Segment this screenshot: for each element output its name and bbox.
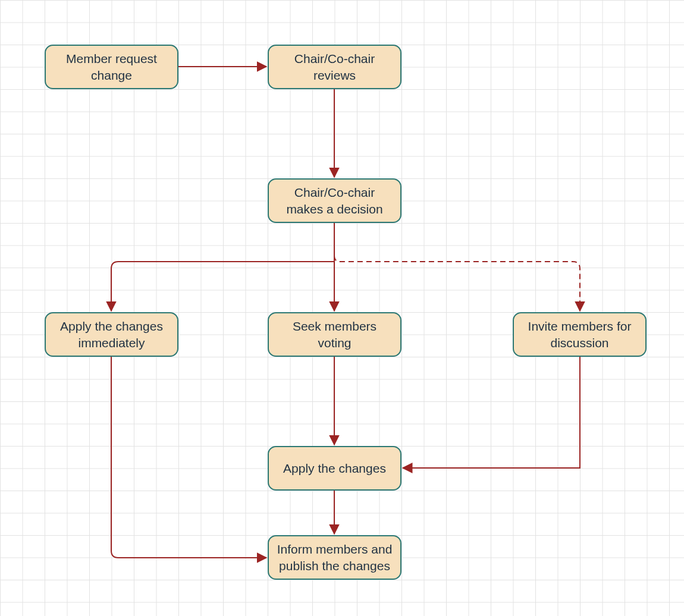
node-label: Chair/Co-chair makes a decision [275, 184, 394, 217]
node-label: Invite members for discussion [520, 318, 639, 351]
node-apply-changes: Apply the changes [268, 446, 401, 491]
node-label: Seek members voting [275, 318, 394, 351]
node-label: Chair/Co-chair reviews [275, 51, 394, 83]
node-inform-publish: Inform members and publish the changes [268, 535, 401, 580]
node-label: Inform members and publish the changes [275, 541, 394, 574]
node-chair-decision: Chair/Co-chair makes a decision [268, 178, 401, 223]
node-chair-reviews: Chair/Co-chair reviews [268, 45, 401, 89]
node-label: Apply the changes [283, 460, 386, 476]
nodes-layer: Member request change Chair/Co-chair rev… [0, 0, 684, 616]
diagram-canvas: Member request change Chair/Co-chair rev… [0, 0, 684, 616]
node-apply-immediately: Apply the changes immediately [45, 312, 178, 357]
node-seek-voting: Seek members voting [268, 312, 401, 357]
node-invite-discussion: Invite members for discussion [513, 312, 647, 357]
node-label: Apply the changes immediately [52, 318, 171, 351]
node-label: Member request change [52, 51, 171, 83]
node-member-request: Member request change [45, 45, 178, 89]
